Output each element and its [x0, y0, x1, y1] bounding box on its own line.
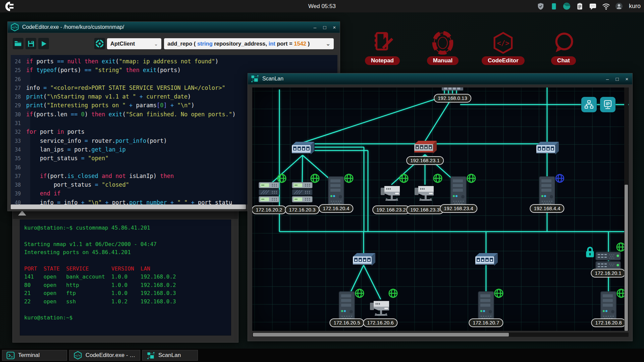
terminal-line: PORT STATE SERVICE VERSION LAN	[24, 265, 227, 273]
terminal-line: kuro@station:~$	[24, 314, 227, 322]
library-dropdown[interactable]: AptClient ⌄	[107, 38, 161, 49]
internet-globe-icon	[494, 288, 504, 300]
code-line: 24if ports == null then exit("nmap: ip a…	[11, 57, 337, 66]
top-status-bar: Wed 05:53 kuro	[0, 0, 644, 12]
shield-check-icon[interactable]	[537, 2, 545, 10]
node-ip-label: 172.16.20.5	[329, 318, 364, 327]
taskbar-item-scanlan[interactable]: ScanLan	[142, 350, 198, 361]
chat-icon	[550, 30, 577, 56]
map-vertical-scrollbar[interactable]	[624, 87, 628, 331]
code-editor-icon: </>	[10, 23, 19, 32]
map-node-192.168.23.1[interactable]	[413, 140, 437, 156]
api-library-icon	[94, 38, 105, 49]
minimize-button[interactable]: –	[605, 76, 610, 82]
chat-bubble-icon[interactable]	[589, 2, 597, 10]
chevron-down-icon: ⌄	[152, 41, 158, 47]
desktop-icon-chat[interactable]: Chat	[537, 30, 590, 65]
node-ip-label: 192.168.23.4	[440, 204, 477, 213]
map-node-192.168.23.3[interactable]	[414, 182, 436, 204]
editor-titlebar[interactable]: </> CodeEditor.exe - /home/kuro/customnm…	[8, 22, 340, 33]
node-ip-label: 172.16.20.8	[591, 318, 626, 327]
terminal-line: 80 open http 1.0.0 192.168.0.2	[24, 281, 227, 289]
internet-globe-icon	[310, 173, 320, 185]
desktop-icon-label: Manual	[427, 56, 459, 65]
node-ip-label: 172.16.20.4	[319, 204, 353, 213]
taskbar-item-label: ScanLan	[158, 352, 181, 359]
map-node-switch[interactable]	[351, 252, 376, 268]
network-globe-icon[interactable]	[563, 2, 571, 10]
status-icons: kuro	[537, 0, 641, 12]
svg-text:</>: </>	[497, 39, 509, 47]
internet-globe-icon	[466, 173, 477, 185]
internet-globe-icon	[399, 173, 409, 185]
node-ip-label: 192.168.0.13	[434, 94, 471, 103]
desktop-icon-notepad[interactable]: Notepad	[356, 30, 409, 65]
node-ip-label: 192.168.23.3	[406, 205, 444, 214]
internet-globe-icon	[555, 173, 565, 185]
desktop-icon-label: Chat	[551, 56, 576, 65]
scanlan-window: ScanLan – □ × 192.168.0.13192.168.23.117…	[248, 73, 633, 341]
codeeditor-icon: </>	[490, 30, 517, 56]
node-ip-label: 172.16.20.3	[285, 205, 319, 214]
node-ip-label: 172.16.20.1	[591, 269, 625, 278]
wifi-icon[interactable]	[602, 2, 610, 10]
terminal-window: kuro@station:~$ customnmap 45.86.41.201 …	[12, 206, 238, 343]
internet-globe-icon	[344, 173, 354, 185]
scroll-up-arrow[interactable]	[18, 210, 26, 216]
map-node-192.168.23.2[interactable]	[380, 182, 402, 204]
map-node-switch[interactable]	[474, 252, 498, 268]
map-horizontal-scrollbar[interactable]	[252, 333, 629, 337]
minimize-button[interactable]: –	[312, 24, 318, 30]
lock-icon	[585, 246, 596, 260]
svg-text:IP: IP	[606, 102, 609, 106]
scanlan-titlebar[interactable]: ScanLan – □ ×	[248, 73, 632, 84]
node-ip-label: 172.16.20.6	[363, 318, 397, 327]
scanlan-icon	[251, 74, 259, 83]
terminal-app-icon	[6, 351, 15, 360]
node-ip-label: 192.168.23.2	[372, 205, 410, 214]
signature-dropdown[interactable]: add_repo ( string repository_address, in…	[164, 38, 334, 49]
maximize-button[interactable]: □	[322, 24, 327, 30]
map-node-172.16.20.3[interactable]	[291, 182, 313, 204]
open-file-button[interactable]	[13, 38, 23, 49]
taskbar-item-terminal[interactable]: Terminal	[2, 350, 67, 361]
editor-window-title: CodeEditor.exe - /home/kuro/customnmap/	[22, 24, 124, 30]
clipboard-icon[interactable]	[576, 2, 584, 10]
terminal-line	[24, 306, 227, 314]
taskbar-item-label: CodeEditor.exe - …	[86, 352, 135, 359]
editor-toolbar: AptClient ⌄ add_repo ( string repository…	[8, 33, 340, 55]
node-ip-label: 192.168.23.1	[406, 156, 444, 165]
desktop-icon-codeeditor[interactable]: </> CodeEditor	[476, 30, 530, 65]
map-node-172.16.20.2[interactable]	[258, 182, 280, 204]
save-file-button[interactable]	[25, 38, 36, 49]
manual-icon	[429, 30, 456, 56]
ip-view-button[interactable]: IP	[600, 97, 615, 112]
node-ip-label: 172.16.20.2	[252, 205, 286, 214]
map-node-switch[interactable]	[290, 141, 315, 157]
maximize-button[interactable]: □	[614, 76, 620, 82]
desktop-icon-label: Notepad	[365, 56, 400, 65]
map-node-192.168.0.13[interactable]	[442, 87, 463, 93]
terminal-line: 141 open bank_account 1.0.0 192.168.0.2	[24, 273, 227, 281]
scanlan-window-title: ScanLan	[262, 76, 283, 82]
network-map[interactable]: 192.168.0.13192.168.23.1172.16.20.2172.1…	[252, 87, 629, 331]
terminal-output[interactable]: kuro@station:~$ customnmap 45.86.41.201 …	[20, 220, 231, 336]
terminal-line: 22 open ssh 1.0.2 192.168.0.3	[24, 298, 227, 306]
close-button[interactable]: ×	[624, 76, 630, 82]
map-node-172.16.20.6[interactable]	[369, 297, 391, 319]
avatar[interactable]	[615, 2, 623, 10]
desktop-icon-manual[interactable]: Manual	[416, 30, 470, 65]
taskbar-item-codeeditor-exe[interactable]: </> CodeEditor.exe - …	[69, 350, 140, 361]
net-squares-icon	[147, 351, 155, 360]
terminal-line: 21 open ftp 1.0.0 192.168.0.3	[24, 289, 227, 297]
svg-text:</>: </>	[12, 26, 17, 29]
taskbar-item-label: Terminal	[18, 352, 40, 359]
close-button[interactable]: ×	[332, 24, 337, 30]
map-node-switch[interactable]	[535, 141, 559, 157]
battery-icon[interactable]	[550, 2, 558, 10]
taskbar: Terminal</> CodeEditor.exe - … ScanLan	[0, 349, 644, 362]
tree-view-button[interactable]	[581, 97, 597, 112]
internet-globe-icon	[277, 173, 287, 185]
chevron-down-icon: ⌄	[324, 41, 330, 47]
run-script-button[interactable]	[38, 38, 49, 49]
